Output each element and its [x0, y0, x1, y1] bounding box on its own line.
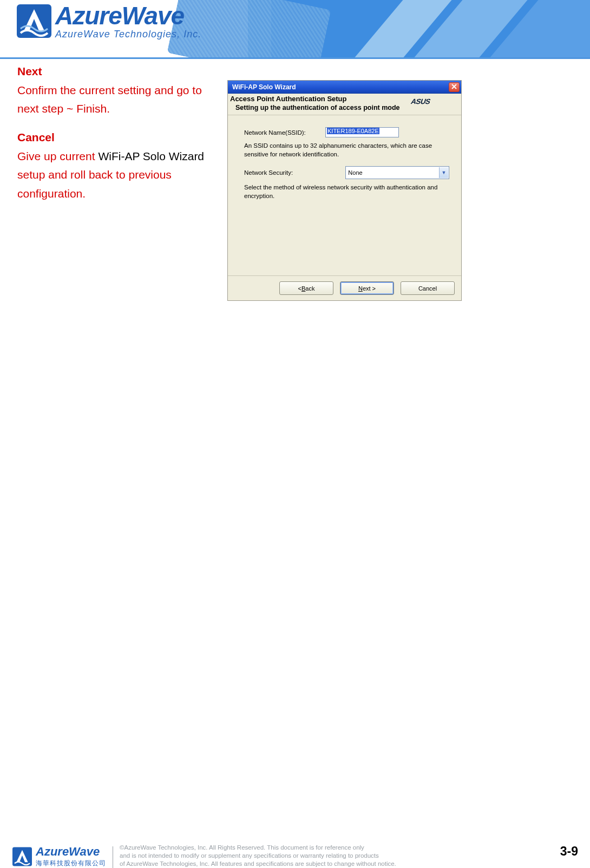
top-banner: AzureWave AzureWave Technologies, Inc.	[0, 0, 590, 59]
footer-legal: ©AzureWave Technologies, Inc. All Rights…	[120, 844, 560, 868]
dialog-body: Network Name(SSID): KITER189-E0A82E An S…	[228, 115, 461, 275]
doc-next-title: Next	[17, 65, 42, 77]
azurewave-logo-icon	[12, 847, 32, 866]
security-label: Network Security:	[244, 169, 345, 176]
page-footer: AzureWave 海華科技股份有限公司 ©AzureWave Technolo…	[0, 838, 590, 868]
azurewave-logo-icon	[16, 4, 52, 38]
dialog-subheader: Access Point Authentication Setup Settin…	[228, 94, 461, 115]
header-logo: AzureWave AzureWave Technologies, Inc.	[16, 3, 201, 39]
header-brand-sub: AzureWave Technologies, Inc.	[55, 29, 201, 39]
banner-rule	[0, 57, 590, 59]
dialog-window: WiFi-AP Solo Wizard Access Point Authent…	[227, 80, 462, 301]
ssid-label: Network Name(SSID):	[244, 129, 325, 136]
doc-cancel-red1: Give up current	[17, 150, 98, 162]
ssid-value: KITER189-E0A82E	[327, 128, 379, 134]
doc-cancel-black: WiFi-AP Solo Wizard	[98, 150, 204, 162]
page-number: 3-9	[560, 844, 578, 862]
dialog-titlebar: WiFi-AP Solo Wizard	[228, 81, 461, 94]
close-icon	[451, 84, 457, 90]
svg-text:ASUS: ASUS	[410, 97, 431, 106]
footer-separator	[113, 846, 113, 868]
doc-cancel-title: Cancel	[17, 131, 55, 143]
header-brand: AzureWave	[55, 3, 201, 28]
ssid-hint: An SSID contains up to 32 alphanumeric c…	[244, 142, 449, 159]
cancel-button[interactable]: Cancel	[401, 281, 455, 295]
dialog-title: WiFi-AP Solo Wizard	[232, 83, 296, 91]
dialog-button-row: < Back Next > Cancel	[228, 275, 461, 300]
ssid-input[interactable]: KITER189-E0A82E	[325, 127, 399, 137]
security-value: None	[348, 169, 362, 176]
doc-text-column: Next Confirm the current setting and go …	[17, 62, 219, 203]
next-button[interactable]: Next >	[340, 281, 394, 295]
close-button[interactable]	[449, 82, 460, 92]
doc-next-body: Confirm the current setting and go to ne…	[17, 84, 202, 115]
doc-cancel-red2: setup and roll back to previous configur…	[17, 168, 172, 200]
footer-brand-cn: 海華科技股份有限公司	[36, 859, 106, 868]
back-button[interactable]: < Back	[279, 281, 333, 295]
security-select[interactable]: None ▼	[345, 166, 449, 179]
security-hint: Select the method of wireless network se…	[244, 183, 449, 200]
footer-logo: AzureWave 海華科技股份有限公司	[12, 845, 106, 868]
chevron-down-icon: ▼	[439, 167, 448, 178]
asus-logo-icon: ASUS	[407, 96, 457, 110]
footer-brand: AzureWave	[36, 845, 106, 859]
